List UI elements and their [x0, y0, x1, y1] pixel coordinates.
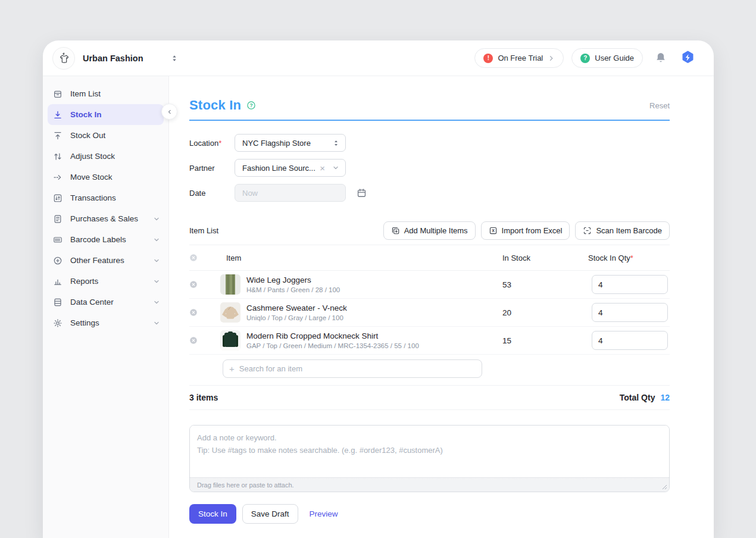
hexagon-bolt-icon	[680, 50, 696, 66]
attachment-drop-zone[interactable]: Drag files here or paste to attach.	[190, 477, 669, 492]
in-stock-value: 53	[502, 280, 588, 289]
main-content: Stock In ? Reset Location* NYC Flagship …	[169, 76, 714, 538]
transactions-icon	[53, 193, 63, 203]
chevron-right-icon	[548, 55, 555, 62]
stock-in-qty-input[interactable]	[592, 331, 668, 350]
date-input[interactable]: Now	[235, 184, 346, 202]
company-logo[interactable]	[52, 47, 75, 70]
top-bar: Urban Fashion ! On Free Trial ? User Gui…	[43, 40, 714, 76]
item-search-input[interactable]	[239, 364, 476, 373]
item-details: H&M / Pants / Green / 28 / 100	[246, 286, 502, 293]
chevron-down-icon	[153, 257, 160, 264]
item-thumbnail-joggers	[220, 274, 240, 295]
location-value: NYC Flagship Store	[242, 139, 333, 148]
stock-in-submit-button[interactable]: Stock In	[189, 504, 236, 524]
help-icon[interactable]: ?	[246, 101, 256, 110]
sidebar-item-transactions[interactable]: Transactions	[43, 187, 168, 208]
tshirt-hanger-icon	[57, 52, 70, 65]
select-arrows-icon	[333, 139, 339, 147]
summary-row: 3 items Total Qty 12	[189, 386, 670, 410]
assistant-button[interactable]	[680, 50, 696, 66]
org-switcher[interactable]	[171, 54, 178, 62]
sidebar-item-stock-in[interactable]: Stock In	[48, 104, 164, 125]
sidebar-item-other-features[interactable]: Other Features	[43, 250, 168, 271]
sidebar-item-adjust-stock[interactable]: Adjust Stock	[43, 146, 168, 167]
sidebar-item-label: Move Stock	[70, 173, 113, 182]
item-name: Modern Rib Cropped Mockneck Shirt	[246, 331, 502, 340]
sidebar: Item List Stock In Stock Out	[43, 76, 169, 538]
reset-button[interactable]: Reset	[649, 101, 670, 110]
column-header-in-stock: In Stock	[502, 254, 588, 262]
excel-icon: X	[489, 226, 498, 235]
user-guide-button[interactable]: ? User Guide	[571, 48, 643, 68]
note-box: Drag files here or paste to attach.	[189, 425, 670, 492]
save-draft-button[interactable]: Save Draft	[242, 504, 298, 524]
partner-select[interactable]: Fashion Line Sourc... ×	[235, 159, 346, 177]
sidebar-item-reports[interactable]: Reports	[43, 271, 168, 292]
table-row: Cashmere Sweater - V-neck Uniqlo / Top /…	[189, 299, 670, 327]
sidebar-item-item-list[interactable]: Item List	[43, 83, 168, 104]
sidebar-item-label: Settings	[70, 318, 99, 327]
item-name: Wide Leg Joggers	[246, 276, 502, 284]
remove-item-button[interactable]	[189, 280, 220, 289]
svg-text:?: ?	[250, 102, 253, 108]
scan-item-barcode-button[interactable]: Scan Item Barcode	[575, 221, 670, 240]
sidebar-item-purchases-sales[interactable]: Purchases & Sales	[43, 208, 168, 229]
add-multiple-items-button[interactable]: Add Multiple Items	[383, 221, 476, 240]
sidebar-item-stock-out[interactable]: Stock Out	[43, 125, 168, 146]
sidebar-item-move-stock[interactable]: Move Stock	[43, 167, 168, 187]
sidebar-item-label: Reports	[70, 277, 98, 286]
user-guide-label: User Guide	[595, 54, 634, 62]
move-stock-icon	[53, 173, 63, 182]
remove-item-button[interactable]	[189, 336, 220, 345]
item-details: GAP / Top / Green / Medium / MRC-1354-23…	[246, 342, 502, 349]
remove-all-items-button[interactable]	[189, 254, 220, 262]
sidebar-item-label: Data Center	[70, 298, 114, 306]
scan-icon	[583, 226, 592, 235]
note-textarea[interactable]	[190, 426, 669, 477]
adjust-stock-icon	[53, 152, 63, 161]
add-multiple-items-label: Add Multiple Items	[404, 226, 468, 235]
notifications-button[interactable]	[655, 52, 667, 64]
item-search-box[interactable]: +	[223, 359, 482, 378]
import-from-excel-label: Import from Excel	[502, 226, 563, 235]
stock-in-qty-input[interactable]	[592, 303, 668, 322]
sidebar-item-label: Item List	[70, 89, 101, 98]
trial-alert-icon: !	[483, 54, 493, 63]
item-details: Uniqlo / Top / Gray / Large / 100	[246, 314, 502, 321]
free-trial-button[interactable]: ! On Free Trial	[474, 48, 564, 68]
copy-plus-icon	[391, 226, 400, 235]
resize-handle-icon[interactable]	[662, 484, 667, 490]
remove-item-button[interactable]	[189, 308, 220, 317]
items-count: 3 items	[189, 393, 218, 402]
page-title: Stock In	[189, 98, 241, 113]
location-select[interactable]: NYC Flagship Store	[235, 134, 346, 152]
item-search-row: +	[189, 355, 670, 386]
partner-label: Partner	[189, 164, 235, 173]
sidebar-item-data-center[interactable]: Data Center	[43, 292, 168, 312]
date-label: Date	[189, 189, 235, 198]
sidebar-item-settings[interactable]: Settings	[43, 312, 168, 333]
table-header: Item In Stock Stock In Qty*	[189, 245, 670, 271]
chevron-down-icon	[332, 164, 339, 171]
preview-link[interactable]: Preview	[310, 509, 338, 518]
clear-partner-icon[interactable]: ×	[320, 164, 325, 173]
actions-row: Stock In Save Draft Preview	[189, 504, 670, 524]
sidebar-item-label: Stock In	[70, 110, 102, 119]
chevron-down-icon	[153, 215, 160, 223]
item-thumbnail-mockneck	[220, 330, 240, 351]
required-asterisk: *	[630, 254, 633, 262]
in-stock-value: 20	[502, 308, 588, 317]
calendar-icon[interactable]	[357, 188, 367, 198]
sidebar-item-label: Transactions	[70, 193, 116, 202]
stock-in-qty-input[interactable]	[592, 275, 668, 294]
required-asterisk: *	[218, 139, 221, 148]
scan-item-barcode-label: Scan Item Barcode	[596, 226, 662, 235]
sidebar-collapse-button[interactable]	[161, 104, 177, 120]
import-from-excel-button[interactable]: X Import from Excel	[481, 221, 570, 240]
sidebar-item-barcode-labels[interactable]: Barcode Labels	[43, 229, 168, 250]
total-qty-value: 12	[660, 393, 670, 402]
chevron-left-icon	[166, 108, 173, 115]
guide-question-icon: ?	[580, 54, 590, 63]
column-header-item: Item	[226, 254, 502, 262]
